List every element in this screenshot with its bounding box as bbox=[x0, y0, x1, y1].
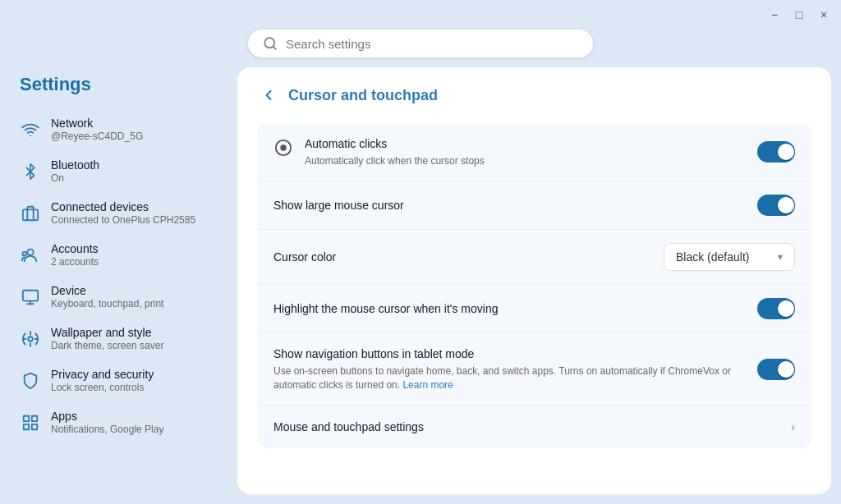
setting-row-cursor-color: Cursor color Black (default) ▾ bbox=[257, 230, 811, 285]
bluetooth-sub: On bbox=[51, 172, 99, 184]
accounts-label: Accounts bbox=[51, 242, 99, 255]
highlight-cursor-toggle[interactable] bbox=[757, 298, 795, 319]
large-cursor-toggle[interactable] bbox=[757, 195, 795, 216]
device-label: Device bbox=[51, 284, 163, 297]
sidebar-item-device[interactable]: Device Keyboard, touchpad, print bbox=[10, 276, 227, 318]
wifi-icon bbox=[21, 121, 39, 139]
connected-devices-sub: Connected to OnePlus CPH2585 bbox=[51, 214, 195, 226]
sidebar-item-network[interactable]: Network @Reyee-sC4DD_5G bbox=[10, 108, 227, 150]
svg-rect-16 bbox=[24, 424, 29, 428]
automatic-clicks-label: Automatic clicks bbox=[305, 136, 485, 153]
navigation-buttons-desc: Use on-screen buttons to navigate home, … bbox=[273, 364, 744, 392]
svg-rect-14 bbox=[24, 415, 29, 420]
settings-card: Automatic clicks Automatically click whe… bbox=[257, 123, 811, 448]
cursor-color-label: Cursor color bbox=[273, 250, 336, 266]
cursor-color-value: Black (default) bbox=[676, 250, 749, 263]
connected-devices-label: Connected devices bbox=[51, 200, 195, 213]
setting-row-large-cursor: Show large mouse cursor bbox=[257, 181, 811, 230]
automatic-clicks-toggle[interactable] bbox=[757, 141, 795, 163]
title-bar: − □ × bbox=[0, 0, 841, 30]
content-header: Cursor and touchpad bbox=[257, 84, 811, 107]
search-area bbox=[0, 30, 841, 67]
cursor-color-dropdown[interactable]: Black (default) ▾ bbox=[664, 243, 795, 271]
navigation-buttons-toggle[interactable] bbox=[757, 359, 795, 380]
content-title: Cursor and touchpad bbox=[288, 87, 438, 104]
devices-icon bbox=[21, 204, 39, 222]
setting-row-automatic-clicks: Automatic clicks Automatically click whe… bbox=[257, 123, 811, 181]
privacy-label: Privacy and security bbox=[51, 368, 154, 381]
sidebar-item-privacy[interactable]: Privacy and security Lock screen, contro… bbox=[10, 360, 227, 401]
mouse-touchpad-label: Mouse and touchpad settings bbox=[273, 419, 424, 436]
automatic-clicks-icon bbox=[273, 138, 293, 158]
setting-row-mouse-touchpad[interactable]: Mouse and touchpad settings › bbox=[257, 406, 811, 449]
search-input[interactable] bbox=[286, 37, 578, 51]
sidebar-item-connected-devices[interactable]: Connected devices Connected to OnePlus C… bbox=[10, 192, 227, 234]
privacy-icon bbox=[21, 372, 39, 390]
svg-point-9 bbox=[28, 337, 33, 341]
sidebar-item-wallpaper[interactable]: Wallpaper and style Dark theme, screen s… bbox=[10, 318, 227, 360]
wallpaper-icon bbox=[21, 330, 39, 348]
highlight-cursor-label: Highlight the mouse cursor when it's mov… bbox=[273, 301, 498, 318]
dropdown-chevron-icon: ▾ bbox=[778, 251, 783, 263]
svg-point-5 bbox=[22, 251, 26, 255]
sidebar: Settings Network @Reyee-sC4DD_5G bbox=[10, 67, 227, 494]
svg-point-19 bbox=[281, 145, 286, 150]
apps-sub: Notifications, Google Play bbox=[51, 424, 163, 435]
svg-point-4 bbox=[27, 249, 33, 254]
sidebar-title: Settings bbox=[10, 67, 227, 108]
svg-rect-3 bbox=[23, 209, 38, 220]
svg-rect-17 bbox=[32, 424, 37, 428]
content-panel: Cursor and touchpad Automatic c bbox=[237, 67, 831, 494]
search-icon bbox=[263, 36, 278, 51]
sidebar-item-bluetooth[interactable]: Bluetooth On bbox=[10, 150, 227, 192]
content-wrapper: Cursor and touchpad Automatic c bbox=[237, 67, 831, 494]
search-bar-container bbox=[248, 30, 593, 57]
navigation-buttons-label: Show navigation buttons in tablet mode bbox=[273, 346, 744, 363]
wallpaper-sub: Dark theme, screen saver bbox=[51, 340, 163, 351]
learn-more-link[interactable]: Learn more bbox=[402, 379, 453, 391]
device-icon bbox=[21, 288, 39, 306]
setting-row-highlight-cursor: Highlight the mouse cursor when it's mov… bbox=[257, 285, 811, 333]
network-label: Network bbox=[51, 117, 143, 130]
close-button[interactable]: × bbox=[815, 6, 833, 24]
chevron-right-icon: › bbox=[791, 420, 795, 433]
sidebar-item-apps[interactable]: Apps Notifications, Google Play bbox=[10, 401, 227, 443]
network-sub: @Reyee-sC4DD_5G bbox=[51, 131, 143, 142]
sidebar-item-accounts[interactable]: Accounts 2 accounts bbox=[10, 234, 227, 276]
apps-label: Apps bbox=[51, 410, 163, 423]
accounts-sub: 2 accounts bbox=[51, 256, 99, 268]
apps-icon bbox=[21, 414, 39, 432]
svg-line-1 bbox=[273, 46, 275, 48]
bluetooth-icon bbox=[21, 163, 39, 181]
large-cursor-label: Show large mouse cursor bbox=[273, 198, 404, 214]
setting-row-navigation-buttons: Show navigation buttons in tablet mode U… bbox=[257, 333, 811, 405]
svg-rect-15 bbox=[32, 415, 37, 420]
bluetooth-label: Bluetooth bbox=[51, 158, 99, 172]
back-button[interactable] bbox=[257, 84, 280, 107]
app-container: Settings Network @Reyee-sC4DD_5G bbox=[0, 67, 841, 504]
wallpaper-label: Wallpaper and style bbox=[51, 326, 163, 339]
maximize-button[interactable]: □ bbox=[790, 6, 808, 24]
minimize-button[interactable]: − bbox=[765, 6, 784, 24]
svg-rect-6 bbox=[23, 290, 38, 300]
privacy-sub: Lock screen, controls bbox=[51, 382, 154, 393]
device-sub: Keyboard, touchpad, print bbox=[51, 298, 163, 309]
automatic-clicks-desc: Automatically click when the cursor stop… bbox=[305, 154, 485, 168]
accounts-icon bbox=[21, 246, 39, 264]
